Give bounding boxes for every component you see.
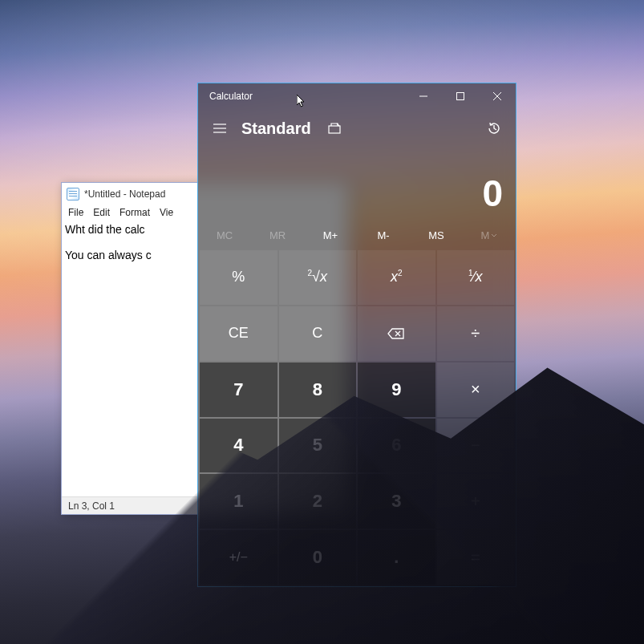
key-c[interactable]: C [279, 306, 357, 361]
key-3[interactable]: 3 [358, 474, 435, 529]
keypad: % 2√x x2 1⁄x CE C ÷ 7 8 9 × 4 5 6 − 1 2 … [198, 249, 516, 586]
menu-edit[interactable]: Edit [93, 207, 110, 218]
key-divide[interactable]: ÷ [437, 306, 515, 361]
memory-clear[interactable]: MC [198, 229, 251, 241]
notepad-title: *Untitled - Notepad [84, 188, 165, 200]
key-4[interactable]: 4 [200, 419, 277, 473]
calculator-window[interactable]: Calculator Standard 0 MC MR M+ M- MS M [197, 83, 516, 587]
key-1[interactable]: 1 [200, 474, 277, 529]
menu-format[interactable]: Format [119, 207, 150, 218]
key-plus[interactable]: + [437, 474, 515, 529]
close-button[interactable] [479, 83, 516, 109]
notepad-cursor-pos: Ln 3, Col 1 [68, 500, 115, 512]
key-multiply[interactable]: × [437, 363, 515, 417]
key-2[interactable]: 2 [279, 474, 357, 529]
memory-row: MC MR M+ M- MS M [198, 221, 516, 249]
menu-view[interactable]: Vie [160, 207, 173, 218]
key-negate[interactable]: +/− [200, 530, 277, 585]
svg-rect-1 [457, 93, 464, 100]
notepad-line-3: You can always c [65, 249, 152, 261]
key-square[interactable]: x2 [358, 250, 435, 305]
key-reciprocal[interactable]: 1⁄x [437, 250, 515, 305]
menu-file[interactable]: File [68, 207, 83, 218]
calculator-title: Calculator [198, 91, 253, 102]
maximize-button[interactable] [442, 83, 479, 109]
mouse-cursor-icon [297, 95, 306, 109]
notepad-app-icon [67, 188, 79, 200]
key-percent[interactable]: % [200, 250, 277, 305]
display-value: 0 [482, 172, 503, 215]
memory-plus[interactable]: M+ [304, 229, 357, 241]
key-7[interactable]: 7 [200, 363, 277, 417]
key-9[interactable]: 9 [358, 363, 435, 417]
notepad-line-1: Wht did the calc [65, 223, 145, 236]
key-minus[interactable]: − [437, 419, 515, 473]
key-8[interactable]: 8 [279, 363, 357, 417]
key-backspace[interactable] [358, 306, 435, 361]
key-decimal[interactable]: . [358, 530, 435, 585]
key-5[interactable]: 5 [279, 419, 357, 473]
svg-rect-7 [329, 126, 340, 133]
minimize-button[interactable] [405, 83, 442, 109]
memory-minus[interactable]: M- [357, 229, 410, 241]
hamburger-menu-button[interactable] [209, 118, 230, 139]
key-equals[interactable]: = [437, 530, 515, 585]
memory-recall[interactable]: MR [251, 229, 304, 241]
calculator-titlebar[interactable]: Calculator [198, 83, 516, 109]
calculator-display: 0 [198, 144, 516, 221]
mode-label: Standard [241, 119, 311, 138]
key-0[interactable]: 0 [279, 530, 357, 585]
key-ce[interactable]: CE [200, 306, 277, 361]
memory-store[interactable]: MS [410, 229, 463, 241]
key-6[interactable]: 6 [358, 419, 435, 473]
keep-on-top-button[interactable] [324, 118, 345, 139]
calculator-header: Standard [198, 112, 516, 144]
key-sqrt[interactable]: 2√x [279, 250, 357, 305]
history-button[interactable] [484, 118, 504, 139]
memory-list[interactable]: M [463, 229, 516, 241]
